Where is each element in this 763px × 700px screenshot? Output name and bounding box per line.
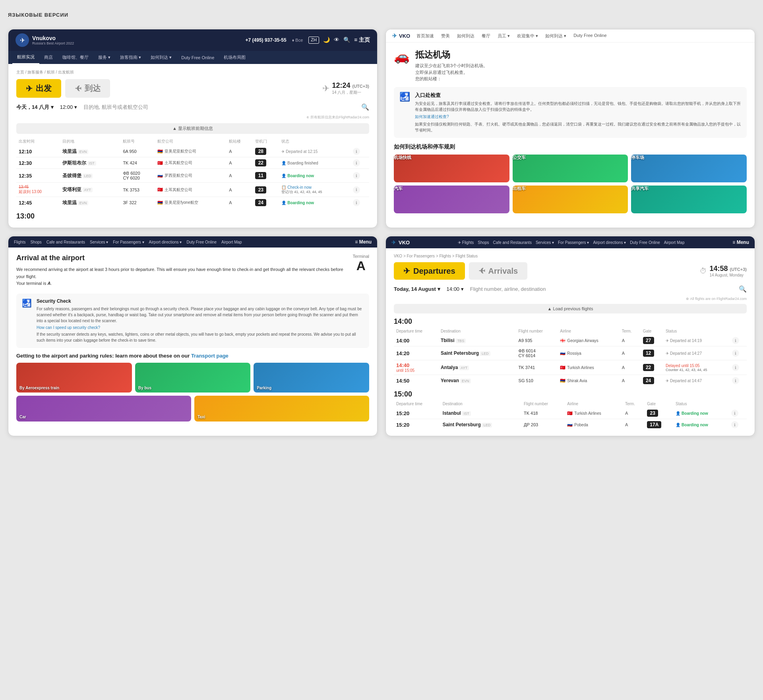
row-info-btn[interactable]: ℹ [731,410,738,417]
p2-nav-staff[interactable]: 员工 ▾ [495,33,512,39]
p1-nav-services[interactable]: 服务 ▾ [93,51,115,64]
p3-nav-shops[interactable]: Shops [30,240,41,244]
p4-flights-table-14: Departure time Destination Flight number… [394,327,747,386]
p1-col-status: 状态 [279,137,350,146]
p4-tabs-row: ✈ Departures ✈ Arrivals ⏱ 14:58 (UTC+3) [394,262,747,280]
p2-car-icon: 🚗 [394,49,410,64]
p2-transport-card-car[interactable]: 汽车 [394,186,509,213]
p3-nav-directions[interactable]: Airport directions ▾ [149,240,182,244]
row-info-btn[interactable]: ℹ [732,377,739,384]
p3-transport-card-parking[interactable]: Parking [254,363,369,393]
p2-nav-welcome[interactable]: 欢迎集中 ▾ [515,33,540,39]
row-info-btn[interactable]: ℹ [353,199,360,206]
p1-nav-dutyfree[interactable]: Duty Free Online [176,51,219,64]
flight-gate: 27 [643,337,654,344]
p4-nav-cafe[interactable]: Cafe and Restaurants [493,240,532,245]
airline-flag: 🇷🇺 [560,351,565,356]
p2-security-link[interactable]: 如何加速通过检查? [415,114,741,120]
p3-nav-map[interactable]: Airport Map [221,240,242,244]
p3-transport-card-bus[interactable]: By bus [135,363,251,393]
p4-nav-passengers[interactable]: For Passengers ▾ [558,240,589,245]
p4-nav-flights[interactable]: ✈ Flights [458,240,474,245]
p3-more-card-taxi[interactable]: Taxi [194,396,369,422]
p2-nav-howto2[interactable]: 如何到达 ▾ [543,33,569,39]
p4-nav-shops[interactable]: Shops [478,240,489,245]
p4-nav-services[interactable]: Services ▾ [536,240,554,245]
row-info-btn[interactable]: ℹ [353,186,360,193]
p3-menu-btn[interactable]: ≡ Menu [355,239,372,245]
row-info-btn[interactable]: ℹ [732,337,739,344]
p3-transport-link[interactable]: Transport page [191,353,229,359]
p1-search-icon[interactable]: 🔍 [343,37,350,44]
p1-time-offset: (UTC+3) [352,84,369,89]
p4-search-btn[interactable]: 🔍 [739,285,747,293]
p1-nav-flights[interactable]: 航班实况 [12,51,39,64]
p1-filter-search[interactable]: 目的地, 航班号或者航空公司 [83,104,355,111]
flight-time: 12:35 [19,173,32,179]
p2-transport-card-parking[interactable]: 停车场 [631,155,747,182]
p2-transport-card-aeroexpress[interactable]: 机场快线 [394,155,509,182]
p4-filter-search[interactable]: Flight number, airline, destination [470,286,732,292]
p2-nav-praise[interactable]: 赞美 [439,33,452,39]
p2-transport-card-rideshare[interactable]: 共享汽车 [631,186,747,213]
row-info-btn[interactable]: ℹ [353,172,360,179]
flight-dest-code: LED [83,174,93,178]
p3-more-label-1: Car [19,415,26,419]
p1-nav-cafe[interactable]: 咖啡馆、餐厅 [58,51,93,64]
p1-lang-zh[interactable]: ZH [308,37,319,44]
p4-nav-map[interactable]: Airport Map [664,240,685,245]
p4-col-flight: Flight number [516,327,558,335]
p4-arrive-icon: ✈ [478,266,485,276]
p4-tab-departure[interactable]: ✈ Departures [394,262,465,280]
boarding-icon: 👤 [676,411,680,416]
p1-tab-departure[interactable]: ✈ 出发 [16,79,61,98]
p2-nav-howto[interactable]: 如何到达 [455,33,477,39]
p1-search-btn[interactable]: 🔍 [361,103,369,111]
p3-transport-card-aeroexpress[interactable]: By Aeroexpress train [16,363,132,393]
p3-nav-dutyfree[interactable]: Duty Free Online [186,240,217,244]
p1-nav-shops[interactable]: 商店 [39,51,58,64]
p1-nav-map[interactable]: 机场布局图 [219,51,250,64]
p3-nav-flights[interactable]: Flights [14,240,25,244]
p1-nav-guide[interactable]: 旅客指南 ▾ [115,51,146,64]
p4-tab-arrival[interactable]: ✈ Arrivals [469,262,528,280]
p2-title-row: 🚗 抵达机场 建议至少在起飞前3个小时到达机场。立即保从容通过飞机检查。您的航站… [394,49,747,82]
flight-gate: 24 [255,199,266,206]
p3-nav-passengers[interactable]: For Passengers ▾ [113,240,144,244]
p4-filter-date[interactable]: Today, 14 August ▾ [394,286,440,292]
p1-menu-icon[interactable]: ≡ 主页 [354,37,370,44]
p2-nav-dutyfree[interactable]: Duty Free Online [571,33,609,39]
p4-menu-btn[interactable]: ≡ Menu [732,240,749,245]
row-info-btn[interactable]: ℹ [732,364,739,371]
p4-filter-time[interactable]: 14:00 ▾ [447,286,464,292]
p1-nav-directions[interactable]: 如何到达 ▾ [146,51,176,64]
flight-time: 12:30 [19,160,32,166]
flight-dest-code: IST [87,161,96,166]
p1-tab-arrival[interactable]: ✈ 到达 [65,79,110,98]
airline-name: Turkish Airlines [567,365,594,370]
p4-nav-directions[interactable]: Airport directions ▾ [593,240,626,245]
p2-transport-card-bus[interactable]: 公交车 [513,155,628,182]
p3-nav-cafe[interactable]: Cafe and Restaurants [46,240,85,244]
p2-nav-home[interactable]: 首页加速 [414,33,436,39]
checkin-gates: Counter 41, 42, 43, 44, 45 [666,368,727,372]
p2-nav-restaurant[interactable]: 餐厅 [479,33,493,39]
row-info-btn[interactable]: ℹ [732,350,739,357]
p3-more-card-car[interactable]: Car [16,396,191,422]
p3-nav-services[interactable]: Services ▾ [90,240,108,244]
p1-filter-time[interactable]: 12:00 ▾ [60,104,77,110]
row-info-btn[interactable]: ℹ [731,421,738,428]
row-info-btn[interactable]: ℹ [353,148,360,155]
p1-eye-icon[interactable]: 👁 [334,37,339,44]
p4-nav-dutyfree[interactable]: Duty Free Online [630,240,660,245]
p1-filter-date[interactable]: 今天，14 八月 ▾ [16,104,54,111]
panel-english-departures: ✈ VKO ✈ Flights Shops Cafe and Restauran… [385,236,755,436]
p3-security-link[interactable]: How can I speed up security check? [37,325,364,330]
p4-col-time-15: Departure time [394,400,440,408]
row-info-btn[interactable]: ℹ [353,159,360,166]
p3-transport-grid: By Aeroexpress train By bus Parking [16,363,369,393]
p2-nav: 首页加速 赞美 如何到达 餐厅 员工 ▾ 欢迎集中 ▾ 如何到达 ▾ Duty … [414,33,609,39]
p1-show-more[interactable]: ▲ 显示航班前期信息 [16,123,369,134]
p4-show-more[interactable]: ▲ Load previous flights [394,304,747,313]
p2-transport-card-taxi[interactable]: 出租车 [513,186,628,213]
